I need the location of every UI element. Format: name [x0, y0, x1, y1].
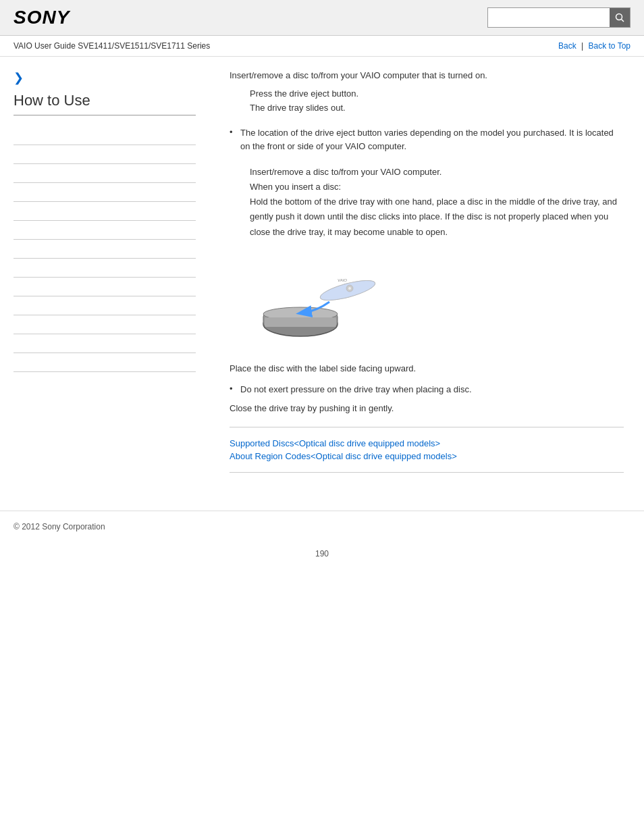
- bullet-text-2: Do not exert pressure on the drive tray …: [240, 383, 472, 397]
- bullet-section-1: • The location of the drive eject button…: [230, 126, 624, 155]
- svg-line-1: [622, 20, 624, 22]
- list-item: [14, 278, 196, 296]
- supported-discs-link[interactable]: Supported Discs<Optical disc drive equip…: [230, 438, 624, 448]
- disc-svg: VAIO: [250, 253, 385, 348]
- back-to-top-link[interactable]: Back to Top: [589, 41, 630, 51]
- nav-separator: |: [581, 41, 585, 51]
- nav-links: Back | Back to Top: [558, 41, 630, 51]
- related-links: Supported Discs<Optical disc drive equip…: [230, 438, 624, 461]
- search-icon: [615, 13, 624, 22]
- bullet-dot-2: •: [230, 384, 240, 394]
- sidebar-link[interactable]: [14, 169, 16, 178]
- bullet-dot-1: •: [230, 127, 240, 137]
- step1-line1: Press the drive eject button.: [250, 87, 624, 101]
- list-item: [14, 183, 196, 202]
- indent-line1: Insert/remove a disc to/from your VAIO c…: [250, 165, 624, 180]
- svg-text:VAIO: VAIO: [338, 278, 347, 282]
- sidebar-section-title: How to Use: [14, 92, 196, 115]
- page-header: SONY: [0, 0, 644, 36]
- chevron-icon: ❯: [14, 70, 196, 85]
- list-item: [14, 259, 196, 278]
- guide-title: VAIO User Guide SVE1411/SVE1511/SVE1711 …: [14, 41, 210, 51]
- copyright: © 2012 Sony Corporation: [14, 522, 105, 531]
- sidebar-links: [14, 126, 196, 372]
- list-item: [14, 315, 196, 334]
- sidebar-link[interactable]: [14, 207, 16, 216]
- search-button[interactable]: [610, 8, 630, 27]
- bullet-text-1: The location of the drive eject button v…: [240, 126, 624, 155]
- list-item: [14, 240, 196, 259]
- nav-bar: VAIO User Guide SVE1411/SVE1511/SVE1711 …: [0, 36, 644, 57]
- close-label: Close the drive tray by pushing it in ge…: [230, 403, 624, 413]
- disc-illustration: VAIO: [250, 253, 624, 350]
- bullet-section-2: • Do not exert pressure on the drive tra…: [230, 383, 624, 397]
- list-item: [14, 164, 196, 183]
- divider-top: [230, 427, 624, 427]
- sidebar-link[interactable]: [14, 244, 16, 254]
- svg-rect-5: [265, 317, 336, 327]
- place-label: Place the disc with the label side facin…: [230, 363, 624, 373]
- list-item: [14, 126, 196, 145]
- sidebar-link[interactable]: [14, 226, 16, 235]
- sidebar-link[interactable]: [14, 150, 16, 159]
- region-codes-link[interactable]: About Region Codes<Optical disc drive eq…: [230, 451, 624, 461]
- list-item: [14, 353, 196, 372]
- svg-point-0: [616, 14, 622, 20]
- search-box: [487, 7, 630, 28]
- page-number: 190: [0, 542, 644, 565]
- page-footer: © 2012 Sony Corporation: [0, 511, 644, 542]
- indent-line3: Hold the bottom of the drive tray with o…: [250, 194, 624, 239]
- sidebar-link[interactable]: [14, 301, 16, 311]
- list-item: [14, 296, 196, 315]
- svg-point-9: [348, 287, 351, 290]
- list-item: [14, 221, 196, 240]
- indent-block-1: Insert/remove a disc to/from your VAIO c…: [250, 165, 624, 239]
- sidebar-link[interactable]: [14, 263, 16, 273]
- bullet-item-1: • The location of the drive eject button…: [230, 126, 624, 155]
- step1: Press the drive eject button. The drive …: [250, 87, 624, 115]
- list-item: [14, 334, 196, 353]
- divider-bottom: [230, 472, 624, 473]
- sidebar-link[interactable]: [14, 131, 16, 140]
- main-content: ❯ How to Use Insert/remove a disc to/fro…: [0, 57, 644, 497]
- content-area: Insert/remove a disc to/from your VAIO c…: [209, 57, 644, 497]
- sidebar-link[interactable]: [14, 339, 16, 348]
- search-input[interactable]: [488, 9, 610, 26]
- intro-text: Insert/remove a disc to/from your VAIO c…: [230, 70, 624, 80]
- bullet-item-2: • Do not exert pressure on the drive tra…: [230, 383, 624, 397]
- indent-line2: When you insert a disc:: [250, 180, 624, 194]
- step1-line2: The drive tray slides out.: [250, 101, 624, 115]
- sidebar-link[interactable]: [14, 188, 16, 197]
- list-item: [14, 145, 196, 164]
- sidebar-link[interactable]: [14, 320, 16, 330]
- sidebar-link[interactable]: [14, 282, 16, 292]
- sidebar: ❯ How to Use: [0, 57, 209, 497]
- sony-logo: SONY: [14, 7, 70, 28]
- sidebar-link[interactable]: [14, 358, 16, 367]
- back-link[interactable]: Back: [558, 41, 576, 51]
- list-item: [14, 202, 196, 221]
